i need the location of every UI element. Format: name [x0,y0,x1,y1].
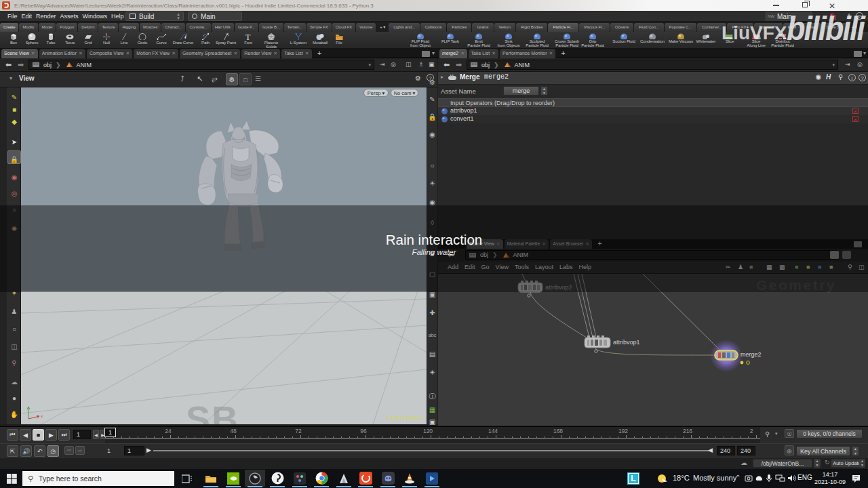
svg-text:merge2: merge2 [741,351,762,358]
svg-text:x: x [41,414,43,418]
svg-text:attribvop1: attribvop1 [613,339,640,346]
svg-text:T: T [245,33,251,40]
